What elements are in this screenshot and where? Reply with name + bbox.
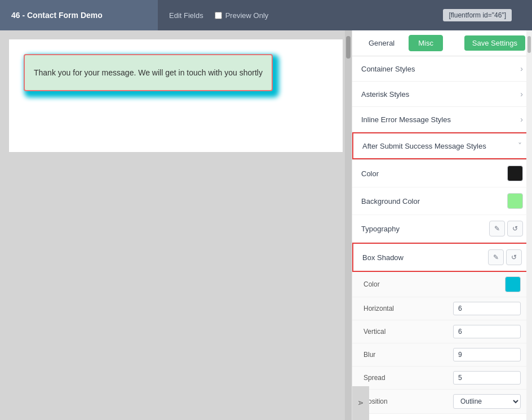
success-message-box: Thank you for your message. We will get … <box>24 54 273 91</box>
shadow-position-row: Position Outline Inset <box>352 390 532 414</box>
shadow-spread-label: Spread <box>363 374 409 382</box>
save-settings-button[interactable]: Save Settings <box>464 35 525 51</box>
partial-overlay: A <box>352 386 369 420</box>
shadow-vertical-input[interactable] <box>453 325 521 338</box>
preview-only-checkbox[interactable] <box>215 12 222 19</box>
shadow-blur-label: Blur <box>363 351 409 359</box>
tabs-row: General Misc Save Settings <box>352 30 532 56</box>
bg-color-label: Background Color <box>361 197 420 205</box>
color-label: Color <box>361 169 379 178</box>
success-message-text: Thank you for your message. We will get … <box>34 66 263 79</box>
after-submit-label: After Submit Success Message Styles <box>362 142 486 150</box>
shadow-horizontal-row: Horizontal <box>352 297 532 320</box>
settings-item-container[interactable]: Container Styles › <box>352 56 532 82</box>
color-swatch-dark[interactable] <box>507 166 523 181</box>
partial-label-text: A <box>357 401 364 405</box>
typography-edit-btn[interactable]: ✎ <box>489 221 505 236</box>
chevron-right-icon: › <box>520 64 523 73</box>
chevron-down-icon: ˅ <box>518 141 522 150</box>
tab-misc[interactable]: Misc <box>409 35 443 51</box>
form-preview-area: Thank you for your message. We will get … <box>9 39 343 152</box>
form-title: 46 - Contact Form Demo <box>0 0 158 30</box>
settings-item-inline-error[interactable]: Inline Error Message Styles › <box>352 107 532 132</box>
top-nav: Edit Fields Preview Only [fluentform id=… <box>158 9 532 21</box>
shortcode-badge[interactable]: [fluentform id="46"] <box>443 9 512 21</box>
preview-only-text: Preview Only <box>225 11 269 20</box>
box-shadow-row[interactable]: Box Shadow ✎ ↺ <box>352 243 532 272</box>
right-panel: General Misc Save Settings Container Sty… <box>352 30 532 420</box>
settings-list: Container Styles › Asterisk Styles › Inl… <box>352 56 532 420</box>
settings-item-asterisk[interactable]: Asterisk Styles › <box>352 82 532 107</box>
typography-label: Typography <box>361 225 400 233</box>
container-styles-label: Container Styles <box>361 65 415 73</box>
shadow-horizontal-label: Horizontal <box>363 305 409 312</box>
left-scrollbar[interactable] <box>345 30 352 420</box>
after-submit-sub-panel: Color Background Color Typography ✎ ↺ <box>352 159 532 272</box>
typography-reset-btn[interactable]: ↺ <box>507 221 523 236</box>
left-panel: Thank you for your message. We will get … <box>0 30 352 420</box>
bg-color-row: Background Color <box>352 187 532 215</box>
box-shadow-reset-btn[interactable]: ↺ <box>506 249 522 265</box>
shadow-spread-row: Spread <box>352 367 532 390</box>
asterisk-styles-label: Asterisk Styles <box>361 90 409 99</box>
typography-btn-group: ✎ ↺ <box>489 221 523 236</box>
shadow-position-select[interactable]: Outline Inset <box>453 394 521 409</box>
shadow-vertical-row: Vertical <box>352 320 532 343</box>
right-scrollbar-thumb <box>527 36 531 53</box>
color-row: Color <box>352 160 532 187</box>
inline-error-label: Inline Error Message Styles <box>361 115 451 124</box>
tab-general[interactable]: General <box>359 35 404 51</box>
shadow-sub-panel: Color Horizontal Vertical Blur <box>352 272 532 414</box>
chevron-right-icon-3: › <box>520 115 523 124</box>
box-shadow-btn-group: ✎ ↺ <box>488 249 522 265</box>
left-scrollbar-thumb <box>346 36 351 59</box>
shadow-position-label: Position <box>363 397 409 405</box>
box-shadow-edit-btn[interactable]: ✎ <box>488 249 504 265</box>
shadow-blur-input[interactable] <box>453 348 521 361</box>
edit-fields-link[interactable]: Edit Fields <box>169 11 203 20</box>
color-swatch-green[interactable] <box>507 193 523 209</box>
shadow-color-label: Color <box>363 280 409 288</box>
chevron-right-icon-2: › <box>520 90 523 99</box>
main-layout: Thank you for your message. We will get … <box>0 30 532 420</box>
shadow-spread-input[interactable] <box>453 371 521 385</box>
right-scrollbar[interactable] <box>526 30 532 420</box>
preview-only-label[interactable]: Preview Only <box>215 11 269 20</box>
form-title-text: 46 - Contact Form Demo <box>11 11 103 20</box>
shadow-color-swatch[interactable] <box>505 276 521 292</box>
box-shadow-label: Box Shadow <box>362 253 404 262</box>
shadow-horizontal-input[interactable] <box>453 302 521 315</box>
typography-row: Typography ✎ ↺ <box>352 215 532 243</box>
shadow-vertical-label: Vertical <box>363 328 409 336</box>
shadow-blur-row: Blur <box>352 343 532 367</box>
shadow-color-row: Color <box>352 272 532 297</box>
top-bar: 46 - Contact Form Demo Edit Fields Previ… <box>0 0 532 30</box>
settings-item-after-submit[interactable]: After Submit Success Message Styles ˅ <box>352 132 532 159</box>
